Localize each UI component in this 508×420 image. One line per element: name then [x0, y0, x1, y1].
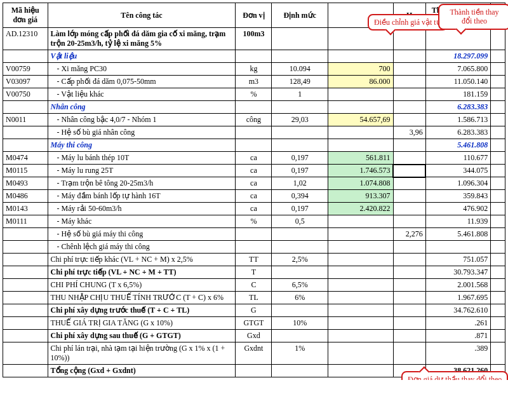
cell-extra[interactable]	[491, 241, 505, 254]
table-row[interactable]: V00750- Vật liệu khác%1181.159	[3, 88, 505, 101]
cell-extra[interactable]	[491, 126, 505, 139]
cell-unit[interactable]: C	[236, 279, 272, 292]
cell-unit[interactable]: TT	[236, 254, 272, 266]
cell-code[interactable]: AD.12310	[3, 28, 48, 50]
cell-dm[interactable]	[272, 50, 328, 63]
cell-extra[interactable]	[491, 203, 505, 215]
cell-price[interactable]	[328, 279, 393, 292]
cell-unit[interactable]: 100m3	[236, 28, 272, 50]
cell-unit[interactable]: Gxdnt	[236, 342, 272, 365]
cell-code[interactable]	[3, 330, 48, 342]
cell-name[interactable]: - Máy lu bánh thép 10T	[48, 152, 236, 165]
table-row[interactable]: M0474- Máy lu bánh thép 10Tca0,197561.81…	[3, 152, 505, 165]
cell-dm[interactable]: 0,197	[272, 203, 328, 215]
cell-dm[interactable]: 2,5%	[272, 254, 328, 266]
table-row[interactable]: Chi phí lán trại, nhà tạm tại hiện trườn…	[3, 342, 505, 365]
cell-name[interactable]: THUẾ GIÁ TRỊ GIA TĂNG (G x 10%)	[48, 317, 236, 330]
cell-total[interactable]: 344.075	[425, 165, 490, 177]
cell-total[interactable]: 5.461.808	[425, 228, 490, 241]
cell-factor[interactable]: 2,276	[393, 228, 425, 241]
cell-unit[interactable]	[236, 126, 272, 139]
cell-factor[interactable]	[393, 28, 425, 50]
cell-code[interactable]	[3, 292, 48, 304]
cell-code[interactable]	[3, 317, 48, 330]
cell-price[interactable]: 561.811	[328, 152, 393, 165]
cell-dm[interactable]: 29,03	[272, 114, 328, 126]
cell-total[interactable]: 18.297.099	[425, 50, 490, 63]
cell-price[interactable]	[328, 292, 393, 304]
cell-factor[interactable]	[393, 241, 425, 254]
cell-dm[interactable]	[272, 139, 328, 152]
cell-factor[interactable]	[393, 190, 425, 203]
cell-total[interactable]: 359.843	[425, 190, 490, 203]
cell-code[interactable]: M0111	[3, 215, 48, 228]
cell-factor[interactable]	[393, 254, 425, 266]
cell-extra[interactable]	[491, 177, 505, 190]
cell-factor[interactable]	[393, 279, 425, 292]
cell-code[interactable]	[3, 279, 48, 292]
table-row[interactable]: CHI PHÍ CHUNG (T x 6,5%)C6,5%2.001.568	[3, 279, 505, 292]
cell-name[interactable]: Chi phí xây dựng sau thuế (G + GTGT)	[48, 330, 236, 342]
cell-code[interactable]	[3, 50, 48, 63]
cell-total[interactable]: 6.283.383	[425, 101, 490, 114]
cell-price[interactable]	[328, 101, 393, 114]
cell-factor[interactable]	[393, 101, 425, 114]
table-row[interactable]: V00759- Xi măng PC30kg10.0947007.065.800	[3, 63, 505, 76]
cell-dm[interactable]: 1,02	[272, 177, 328, 190]
table-row[interactable]: Vật liệu18.297.099	[3, 50, 505, 63]
cell-total[interactable]: .389	[425, 342, 490, 365]
cell-dm[interactable]	[272, 241, 328, 254]
table-row[interactable]: Chi phí trực tiếp (VL + NC + M + TT)T30.…	[3, 266, 505, 279]
cell-unit[interactable]: công	[236, 114, 272, 126]
cell-total[interactable]: 11.939	[425, 215, 490, 228]
table-row[interactable]: Chi phí trực tiếp khác (VL + NC + M) x 2…	[3, 254, 505, 266]
cell-extra[interactable]	[491, 279, 505, 292]
cell-dm[interactable]	[272, 365, 328, 377]
cell-name[interactable]: - Máy rải 50-60m3/h	[48, 203, 236, 215]
cell-dm[interactable]: 1	[272, 88, 328, 101]
cell-code[interactable]: M0493	[3, 177, 48, 190]
cell-factor[interactable]	[393, 317, 425, 330]
cell-price[interactable]	[328, 241, 393, 254]
table-row[interactable]: N0011- Nhân công bậc 4,0/7 - Nhóm 1công2…	[3, 114, 505, 126]
table-row[interactable]: Máy thi công5.461.808	[3, 139, 505, 152]
cell-unit[interactable]: ca	[236, 190, 272, 203]
cell-code[interactable]: M0143	[3, 203, 48, 215]
cell-extra[interactable]	[491, 254, 505, 266]
table-row[interactable]: M0143- Máy rải 50-60m3/hca0,1972.420.822…	[3, 203, 505, 215]
table-row[interactable]: M0486- Máy đầm bánh lốp tự hành 16Tca0,3…	[3, 190, 505, 203]
cell-factor[interactable]	[393, 266, 425, 279]
cell-name[interactable]: - Xi măng PC30	[48, 63, 236, 76]
cell-extra[interactable]	[491, 292, 505, 304]
cell-extra[interactable]	[491, 165, 505, 177]
cell-price[interactable]: 700	[328, 63, 393, 76]
cell-code[interactable]	[3, 101, 48, 114]
cell-name[interactable]: - Hệ số bù giá nhân công	[48, 126, 236, 139]
cell-unit[interactable]	[236, 139, 272, 152]
cell-total[interactable]: 1.586.713	[425, 114, 490, 126]
cell-extra[interactable]	[491, 63, 505, 76]
cell-total[interactable]: 30.793.347	[425, 266, 490, 279]
cell-unit[interactable]: Gxd	[236, 330, 272, 342]
cell-total[interactable]: 181.159	[425, 88, 490, 101]
cell-total[interactable]: 1.096.304	[425, 177, 490, 190]
cell-name[interactable]: Tổng cộng (Gxd + Gxdnt)	[48, 365, 236, 377]
cell-code[interactable]: V00750	[3, 88, 48, 101]
cell-price[interactable]	[328, 254, 393, 266]
cell-factor[interactable]	[393, 292, 425, 304]
cell-price[interactable]: 86.000	[328, 76, 393, 88]
cell-factor[interactable]	[393, 88, 425, 101]
cell-name[interactable]: - Cấp phối đá dăm 0,075-50mm	[48, 76, 236, 88]
cell-factor[interactable]	[393, 63, 425, 76]
cell-factor[interactable]	[393, 114, 425, 126]
cell-factor[interactable]	[393, 165, 425, 177]
cell-extra[interactable]	[491, 88, 505, 101]
cell-dm[interactable]	[272, 330, 328, 342]
table-row[interactable]: M0111- Máy khác%0,511.939	[3, 215, 505, 228]
cell-total[interactable]: 110.677	[425, 152, 490, 165]
cell-total[interactable]: 751.057	[425, 254, 490, 266]
cell-name[interactable]: - Máy khác	[48, 215, 236, 228]
cell-unit[interactable]: m3	[236, 76, 272, 88]
cell-code[interactable]	[3, 342, 48, 365]
cell-extra[interactable]	[491, 330, 505, 342]
